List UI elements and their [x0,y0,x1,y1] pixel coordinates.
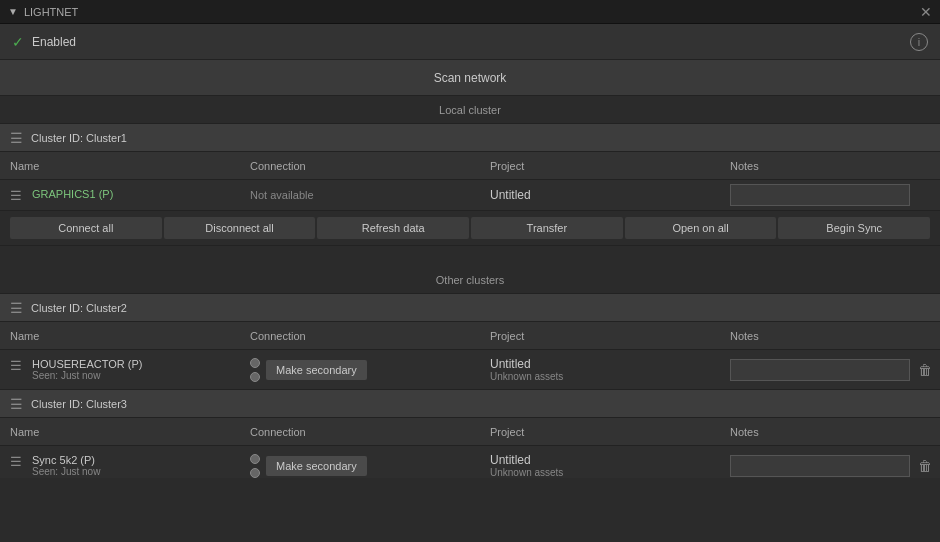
cluster2-name-col: HOUSEREACTOR (P) Seen: Just now [32,358,142,381]
cluster3-col-name: Name [10,426,250,438]
begin-sync-button[interactable]: Begin Sync [778,217,930,239]
local-connection-value: Not available [250,189,314,201]
cluster3-conn-dot2 [250,468,260,478]
spacer1 [0,246,940,266]
local-cluster-label: Local cluster [439,104,501,116]
cluster2-conn-dot2 [250,372,260,382]
cluster3-make-secondary-button[interactable]: Make secondary [266,456,367,476]
cluster3-name-col: Sync 5k2 (P) Seen: Just now [32,454,100,477]
connect-all-button[interactable]: Connect all [10,217,162,239]
cluster3-row-menu-icon[interactable]: ☰ [10,454,22,469]
cluster3-project-sub: Unknown assets [490,467,730,478]
cluster2-project-cell: Untitled Unknown assets [490,357,730,382]
cluster2-project-sub: Unknown assets [490,371,730,382]
disconnect-all-button[interactable]: Disconnect all [164,217,316,239]
local-cluster-section: Local cluster [0,96,940,124]
cluster2-col-name: Name [10,330,250,342]
triangle-icon: ▼ [8,6,18,17]
cluster3-conn-dots [250,454,260,478]
cluster2-seen: Seen: Just now [32,370,142,381]
cluster3-conn-cell: Make secondary [250,454,490,478]
app-title: LIGHTNET [24,6,78,18]
cluster3-col-notes: Notes [730,426,930,438]
cluster2-row-menu-icon[interactable]: ☰ [10,358,22,373]
other-clusters-label: Other clusters [436,274,504,286]
local-col-notes: Notes [730,160,930,172]
cluster3-name-cell: ☰ Sync 5k2 (P) Seen: Just now [10,454,250,477]
cluster3-seen: Seen: Just now [32,466,100,477]
cluster2-id: Cluster ID: Cluster2 [31,302,127,314]
cluster2-delete-icon[interactable]: 🗑 [918,362,932,378]
cluster2-name-cell: ☰ HOUSEREACTOR (P) Seen: Just now [10,358,250,381]
local-col-project: Project [490,160,730,172]
local-actions-row: Connect all Disconnect all Refresh data … [0,211,940,246]
cluster3-delete-icon[interactable]: 🗑 [918,458,932,474]
cluster3-node-name: Sync 5k2 (P) [32,454,100,466]
cluster3-col-connection: Connection [250,426,490,438]
local-connection-cell: Not available [250,188,490,202]
open-on-all-button[interactable]: Open on all [625,217,777,239]
cluster1-menu-icon[interactable]: ☰ [10,130,23,146]
cluster1-id: Cluster ID: Cluster1 [31,132,127,144]
cluster2-node-name: HOUSEREACTOR (P) [32,358,142,370]
info-button[interactable]: i [910,33,928,51]
local-row-menu-icon[interactable]: ☰ [10,188,22,203]
local-project-value: Untitled [490,188,531,202]
cluster2-col-notes: Notes [730,330,930,342]
cluster2-table-header: Name Connection Project Notes [0,322,940,350]
cluster3-id: Cluster ID: Cluster3 [31,398,127,410]
cluster3-menu-icon[interactable]: ☰ [10,396,23,412]
local-project-cell: Untitled [490,188,730,202]
cluster2-row: ☰ HOUSEREACTOR (P) Seen: Just now Make s… [0,350,940,390]
local-notes-input[interactable] [730,184,910,206]
cluster2-notes-cell: 🗑 [730,359,932,381]
local-cluster-row: ☰ GRAPHICS1 (P) Not available Untitled [0,180,940,211]
cluster3-conn-dot1 [250,454,260,464]
cluster3-table-header: Name Connection Project Notes [0,418,940,446]
title-bar: ▼ LIGHTNET ✕ [0,0,940,24]
cluster2-col-project: Project [490,330,730,342]
cluster1-header: ☰ Cluster ID: Cluster1 [0,124,940,152]
local-name-cell: ☰ GRAPHICS1 (P) [10,188,250,203]
enabled-bar: ✓ Enabled i [0,24,940,60]
local-notes-cell [730,184,930,206]
cluster3-notes-cell: 🗑 [730,455,932,477]
cluster2-conn-cell: Make secondary [250,358,490,382]
cluster3-col-project: Project [490,426,730,438]
cluster3-notes-input[interactable] [730,455,910,477]
scan-network-label: Scan network [434,71,507,85]
enabled-label: Enabled [32,35,76,49]
cluster2-header: ☰ Cluster ID: Cluster2 [0,294,940,322]
enabled-left: ✓ Enabled [12,34,76,50]
refresh-data-button[interactable]: Refresh data [317,217,469,239]
main-content: Scan network Local cluster ☰ Cluster ID:… [0,60,940,478]
local-cluster-table-header: Name Connection Project Notes [0,152,940,180]
cluster2-notes-input[interactable] [730,359,910,381]
local-node-name: GRAPHICS1 (P) [32,188,113,200]
local-col-connection: Connection [250,160,490,172]
title-bar-left: ▼ LIGHTNET [8,6,78,18]
cluster2-conn-dots [250,358,260,382]
checkmark-icon: ✓ [12,34,24,50]
cluster2-menu-icon[interactable]: ☰ [10,300,23,316]
local-col-name: Name [10,160,250,172]
cluster3-header: ☰ Cluster ID: Cluster3 [0,390,940,418]
cluster2-col-connection: Connection [250,330,490,342]
cluster3-project-value: Untitled [490,453,730,467]
cluster2-make-secondary-button[interactable]: Make secondary [266,360,367,380]
other-clusters-section: Other clusters [0,266,940,294]
cluster2-conn-dot1 [250,358,260,368]
close-button[interactable]: ✕ [920,5,932,19]
cluster3-project-cell: Untitled Unknown assets [490,453,730,478]
cluster2-project-value: Untitled [490,357,730,371]
scan-network-button[interactable]: Scan network [0,60,940,96]
cluster3-row: ☰ Sync 5k2 (P) Seen: Just now Make secon… [0,446,940,478]
transfer-button[interactable]: Transfer [471,217,623,239]
